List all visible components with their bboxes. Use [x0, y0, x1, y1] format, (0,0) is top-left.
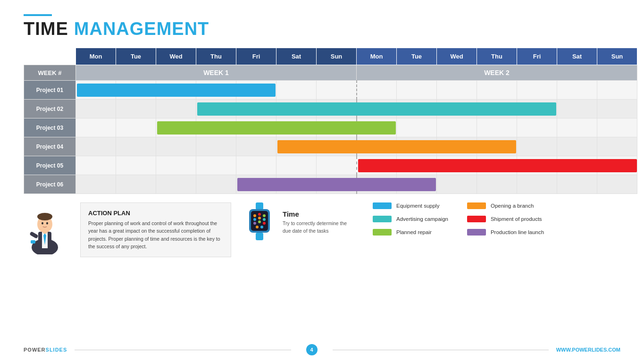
legend-swatch-repair	[373, 229, 392, 236]
gantt-cell	[156, 118, 196, 137]
footer-section: ACTION PLAN Proper planning of work and …	[24, 202, 620, 257]
gantt-bar	[197, 102, 556, 116]
legend-swatch-equipment	[373, 202, 392, 209]
gantt-table: Mon Tue Wed Thu Fri Sat Sun Mon Tue Wed …	[24, 48, 637, 194]
legend-swatch-advertising	[373, 216, 392, 222]
gantt-cell	[196, 137, 236, 156]
person-figure	[24, 202, 66, 254]
gantt-cell	[597, 175, 637, 194]
svg-rect-9	[29, 231, 39, 239]
gantt-row: Project 04	[24, 137, 637, 156]
watch-icon	[245, 202, 276, 242]
footer-url: WWW.POWERLIDES.COM	[556, 347, 620, 353]
footer-page-number: 4	[306, 344, 318, 355]
legend-area: Equipment supply Advertising campaign Pl…	[373, 202, 544, 236]
svg-point-23	[256, 226, 259, 228]
watch-box: Time Try to correctly determine the due …	[245, 202, 349, 242]
title-row: TIME MANAGEMENT	[24, 19, 620, 39]
gantt-bar	[157, 121, 396, 135]
day-thu1: Thu	[196, 48, 236, 65]
legend-production: Production line launch	[467, 229, 544, 236]
gantt-cell	[517, 118, 557, 137]
day-fri1: Fri	[236, 48, 276, 65]
gantt-cell	[76, 118, 116, 137]
svg-point-15	[258, 213, 261, 216]
footer-line-right	[333, 350, 549, 350]
gantt-cell	[196, 156, 236, 175]
gantt-cell	[517, 175, 557, 194]
gantt-cell	[357, 156, 397, 175]
gantt-row: Project 06	[24, 175, 637, 194]
week-label-col: WEEK #	[24, 65, 76, 81]
legend-swatch-branch	[467, 202, 486, 209]
svg-rect-25	[256, 233, 263, 240]
day-thu2: Thu	[477, 48, 517, 65]
svg-point-17	[253, 218, 256, 221]
gantt-cell	[76, 100, 116, 118]
gantt-row: Project 05	[24, 156, 637, 175]
gantt-cell	[116, 156, 156, 175]
watch-text-area: Time Try to correctly determine the due …	[283, 210, 349, 235]
gantt-cell	[437, 81, 477, 100]
gantt-row: Project 03	[24, 118, 637, 137]
svg-point-8	[46, 222, 48, 225]
gantt-cell	[76, 175, 116, 194]
gantt-container: Mon Tue Wed Thu Fri Sat Sun Mon Tue Wed …	[24, 48, 620, 194]
svg-point-18	[258, 217, 261, 219]
svg-rect-10	[31, 240, 35, 244]
gantt-bar	[277, 140, 516, 153]
legend-label-shipment: Shipment of products	[491, 216, 542, 222]
svg-point-21	[258, 220, 261, 223]
svg-point-22	[263, 222, 266, 225]
row-label: Project 03	[24, 118, 76, 137]
svg-point-7	[42, 222, 43, 225]
gantt-cell	[156, 156, 196, 175]
watch-subtitle: Try to correctly determine the due date …	[283, 220, 349, 235]
gantt-cell	[397, 118, 437, 137]
gantt-cell	[517, 81, 557, 100]
day-sun1: Sun	[317, 48, 357, 65]
svg-point-24	[260, 226, 263, 228]
row-label: Project 05	[24, 156, 76, 175]
week1-label: WEEK 1	[76, 65, 357, 81]
gantt-cell	[116, 137, 156, 156]
legend-label-production: Production line launch	[491, 229, 544, 235]
day-fri2: Fri	[517, 48, 557, 65]
footer-line-left	[75, 350, 291, 350]
day-tue1: Tue	[116, 48, 156, 65]
gantt-row: Project 02	[24, 100, 637, 118]
day-sun2: Sun	[597, 48, 637, 65]
gantt-cell	[557, 175, 597, 194]
legend-advertising: Advertising campaign	[373, 216, 448, 222]
gantt-cell	[116, 175, 156, 194]
gantt-cell	[196, 100, 236, 118]
title-bar: TIME MANAGEMENT	[24, 14, 620, 39]
legend-opening-branch: Opening a branch	[467, 202, 544, 209]
action-plan-box: ACTION PLAN Proper planning of work and …	[80, 202, 231, 257]
gantt-cell	[317, 156, 357, 175]
gantt-cell	[437, 118, 477, 137]
gantt-cell	[477, 175, 517, 194]
bottom-footer: POWERSLIDES 4 WWW.POWERLIDES.COM	[0, 344, 644, 355]
legend-planned-repair: Planned repair	[373, 229, 448, 236]
gantt-cell	[276, 137, 317, 156]
svg-point-20	[253, 222, 256, 225]
row-label: Project 02	[24, 100, 76, 118]
gantt-cell	[156, 175, 196, 194]
day-mon2: Mon	[357, 48, 397, 65]
gantt-cell	[357, 81, 397, 100]
gantt-cell	[397, 81, 437, 100]
gantt-bar	[77, 84, 276, 97]
gantt-row: Project 01	[24, 81, 637, 100]
gantt-cell	[236, 175, 276, 194]
day-sat1: Sat	[276, 48, 317, 65]
smartwatch-icon	[245, 202, 274, 240]
day-wed1: Wed	[156, 48, 196, 65]
title-accent	[24, 14, 52, 16]
legend-col-2: Opening a branch Shipment of products Pr…	[467, 202, 544, 236]
week2-label: WEEK 2	[357, 65, 637, 81]
gantt-cell	[477, 81, 517, 100]
gantt-cell	[597, 137, 637, 156]
legend-label-repair: Planned repair	[396, 229, 432, 235]
gantt-cell	[597, 118, 637, 137]
